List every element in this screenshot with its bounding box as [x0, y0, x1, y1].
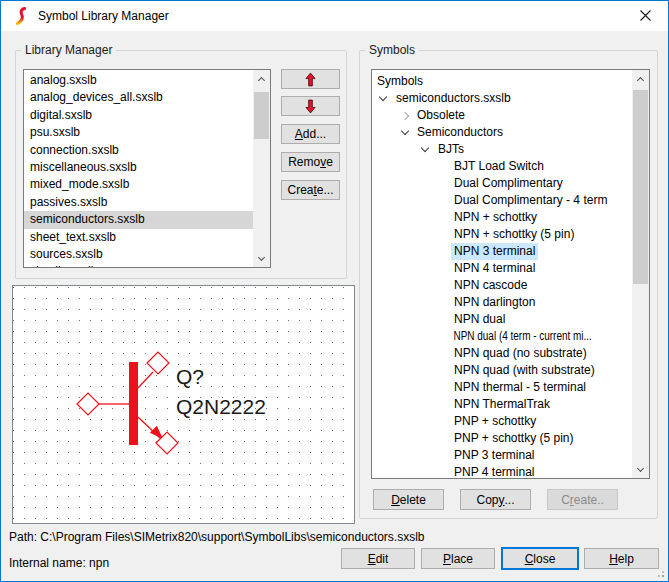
collector-terminal-diamond	[147, 352, 169, 374]
library-list-item[interactable]: sheet_text.sxslb	[24, 229, 253, 246]
tree-item[interactable]: NPN ThermalTrak	[372, 396, 632, 413]
tree-item-label: NPN cascode	[451, 277, 530, 294]
tree-item[interactable]: NPN 3 terminal	[372, 243, 632, 260]
tree-item-label: Symbols	[374, 73, 426, 90]
tree-item[interactable]: PNP + schottky (5 pin)	[372, 430, 632, 447]
delete-symbol-button[interactable]: Delete	[373, 489, 444, 510]
help-button[interactable]: Help	[584, 548, 659, 569]
tree-item-label: NPN dual	[451, 311, 508, 328]
tree-item[interactable]: NPN + schottky (5 pin)	[372, 226, 632, 243]
library-list-item[interactable]: passives.sxslb	[24, 194, 253, 211]
tree-item[interactable]: PNP 4 terminal	[372, 464, 632, 478]
tree-item[interactable]: PNP 3 terminal	[372, 447, 632, 464]
designator-text: Q?	[176, 365, 204, 388]
library-list-scrollbar[interactable]	[253, 70, 270, 267]
chevron-right-icon[interactable]	[398, 107, 412, 124]
chevron-down-icon[interactable]	[418, 141, 432, 158]
add-library-button[interactable]: Add...	[281, 124, 340, 144]
tree-item-label: NPN dual (4 term - current mi...	[451, 328, 594, 345]
tree-item[interactable]: Dual Complimentary	[372, 175, 632, 192]
title-bar[interactable]: Symbol Library Manager	[1, 1, 668, 31]
resize-grip[interactable]	[655, 568, 665, 578]
copy-symbol-button[interactable]: Copy...	[460, 489, 531, 510]
tree-item[interactable]: NPN thermal - 5 terminal	[372, 379, 632, 396]
internal-name-text: Internal name: npn	[9, 556, 109, 570]
library-list-item[interactable]: analog.sxslb	[24, 72, 253, 89]
close-button[interactable]: Close	[501, 547, 579, 570]
library-list-item[interactable]: connection.sxslb	[24, 142, 253, 159]
tree-item[interactable]: BJTs	[372, 141, 632, 158]
tree-item-label: Dual Complimentary	[451, 175, 566, 192]
scrollbar-thumb[interactable]	[254, 92, 269, 139]
tree-item[interactable]: Semiconductors	[372, 124, 632, 141]
library-list-item[interactable]: simplis.sxslb	[24, 263, 253, 267]
tree-item[interactable]: Dual Complimentary - 4 term	[372, 192, 632, 209]
tree-item-label: NPN + schottky (5 pin)	[451, 226, 577, 243]
library-list-item[interactable]: semiconductors.sxslb	[24, 211, 253, 228]
tree-item-label: NPN + schottky	[451, 209, 540, 226]
tree-item-label: NPN quad (with substrate)	[451, 362, 598, 379]
tree-item[interactable]: BJT Load Switch	[372, 158, 632, 175]
tree-item[interactable]: NPN cascode	[372, 277, 632, 294]
tree-item-label: PNP 3 terminal	[451, 447, 537, 464]
library-manager-group-label: Library Manager	[21, 43, 116, 57]
tree-item-label: PNP 4 terminal	[451, 464, 537, 478]
npn-transistor-symbol: Q? Q2N2222	[13, 286, 354, 523]
move-up-button[interactable]	[281, 69, 340, 89]
window-title: Symbol Library Manager	[38, 9, 169, 23]
tree-item[interactable]: NPN dual (4 term - current mi...	[372, 328, 632, 345]
transistor-base-bar	[129, 362, 138, 445]
tree-item[interactable]: NPN + schottky	[372, 209, 632, 226]
tree-item-label: Semiconductors	[414, 124, 506, 141]
tree-item-label: Dual Complimentary - 4 term	[451, 192, 610, 209]
library-list-item[interactable]: mixed_mode.sxslb	[24, 176, 253, 193]
library-list-item[interactable]: sources.sxslb	[24, 246, 253, 263]
scroll-down-icon[interactable]	[632, 461, 649, 478]
tree-item-label: NPN 3 terminal	[451, 243, 538, 260]
tree-item-label: Obsolete	[414, 107, 468, 124]
scroll-up-icon[interactable]	[632, 70, 649, 87]
close-window-button[interactable]	[623, 1, 668, 30]
tree-item[interactable]: NPN dual	[372, 311, 632, 328]
edit-button[interactable]: Edit	[341, 548, 415, 569]
create-library-button[interactable]: Create...	[281, 180, 340, 200]
tree-item[interactable]: NPN 4 terminal	[372, 260, 632, 277]
collector-lead	[138, 372, 153, 388]
tree-item-label: NPN 4 terminal	[451, 260, 538, 277]
symbols-tree-scrollbar[interactable]	[632, 70, 649, 478]
scroll-up-icon[interactable]	[253, 70, 270, 87]
red-arrow-down-icon	[305, 99, 316, 114]
remove-library-button[interactable]: Remove	[281, 152, 340, 172]
chevron-down-icon[interactable]	[398, 124, 412, 141]
library-list-item[interactable]: digital.sxslb	[24, 107, 253, 124]
create-symbol-button: Create..	[547, 489, 618, 510]
library-listbox[interactable]: analog.sxslbanalog_devices_all.sxslbdigi…	[23, 69, 271, 268]
tree-item-label: BJTs	[435, 141, 467, 158]
tree-item[interactable]: Obsolete	[372, 107, 632, 124]
tree-item-label: semiconductors.sxslb	[393, 90, 514, 107]
chevron-down-icon[interactable]	[376, 90, 390, 107]
symbols-tree[interactable]: Symbolssemiconductors.sxslbObsoleteSemic…	[371, 69, 650, 479]
tree-item[interactable]: Symbols	[372, 73, 632, 90]
place-button[interactable]: Place	[421, 548, 495, 569]
library-list-item[interactable]: analog_devices_all.sxslb	[24, 89, 253, 106]
library-list-item[interactable]: miscellaneous.sxslb	[24, 159, 253, 176]
tree-item-label: PNP + schottky (5 pin)	[451, 430, 577, 447]
tree-item-label: BJT Load Switch	[451, 158, 547, 175]
model-text: Q2N2222	[176, 395, 266, 418]
tree-item[interactable]: NPN darlington	[372, 294, 632, 311]
symbol-preview-canvas: Q? Q2N2222	[12, 285, 355, 524]
tree-item-label: NPN quad (no substrate)	[451, 345, 590, 362]
tree-item[interactable]: NPN quad (no substrate)	[372, 345, 632, 362]
tree-item[interactable]: PNP + schottky	[372, 413, 632, 430]
scrollbar-thumb[interactable]	[633, 90, 648, 284]
base-terminal-diamond	[77, 393, 99, 415]
scroll-down-icon[interactable]	[253, 250, 270, 267]
move-down-button[interactable]	[281, 96, 340, 116]
simetrix-logo-icon	[13, 7, 29, 25]
emitter-arrow	[150, 426, 163, 439]
tree-item[interactable]: NPN quad (with substrate)	[372, 362, 632, 379]
library-list-item[interactable]: psu.sxslb	[24, 124, 253, 141]
close-icon	[640, 10, 651, 21]
tree-item[interactable]: semiconductors.sxslb	[372, 90, 632, 107]
